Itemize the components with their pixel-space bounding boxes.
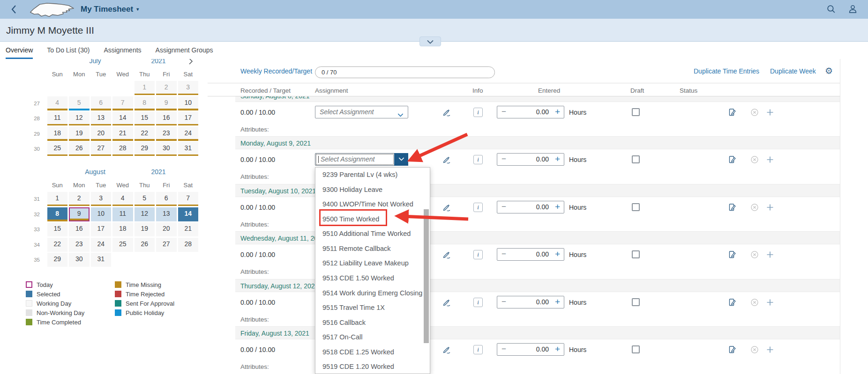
decrement-icon[interactable]: −	[501, 106, 506, 117]
assignment-option-9500[interactable]: 9500 Time Worked	[315, 212, 430, 227]
decrement-icon[interactable]: −	[501, 154, 506, 165]
calendar-day-july-3[interactable]: 3	[178, 81, 199, 95]
calendar-day-august-16[interactable]: 16	[69, 222, 90, 236]
entered-hours-value[interactable]: 0.00	[536, 106, 549, 118]
assignment-option-9519[interactable]: 9519 CDE 1.20 Worked	[315, 359, 430, 374]
entered-hours-value[interactable]: 0.00	[536, 344, 549, 355]
tab-assignment-groups[interactable]: Assignment Groups	[156, 42, 213, 59]
add-entry-status-icon[interactable]	[766, 203, 774, 212]
calendar-day-july-15[interactable]: 15	[135, 111, 155, 125]
entered-hours-value[interactable]: 0.00	[536, 249, 549, 260]
calendar-day-july-28[interactable]: 28	[112, 142, 133, 156]
assignment-option-9517[interactable]: 9517 On-Call	[315, 330, 430, 345]
calendar-day-july-5[interactable]: 5	[69, 96, 90, 110]
calendar-day-july-10[interactable]: 10	[178, 96, 199, 110]
calendar-day-july-16[interactable]: 16	[156, 111, 177, 125]
draft-checkbox[interactable]	[632, 345, 640, 353]
calendar-day-july-8[interactable]: 8	[135, 96, 155, 110]
calendar-day-august-13[interactable]: 13	[156, 207, 177, 221]
entered-hours-value[interactable]: 0.00	[536, 296, 549, 308]
calendar-day-august-12[interactable]: 12	[135, 207, 155, 221]
info-icon[interactable]: i	[473, 203, 483, 212]
draft-checkbox[interactable]	[632, 108, 640, 116]
draft-checkbox[interactable]	[632, 203, 640, 211]
app-title-menu[interactable]: My Timesheet▾	[81, 0, 139, 19]
calendar-day-august-24[interactable]: 24	[91, 238, 112, 252]
calendar-day-august-19[interactable]: 19	[135, 222, 155, 236]
edit-assignment-icon[interactable]	[442, 203, 451, 212]
calendar-day-august-14[interactable]: 14	[178, 207, 199, 221]
calendar-day-july-13[interactable]: 13	[91, 111, 112, 125]
edit-note-status-icon[interactable]	[728, 155, 736, 164]
edit-assignment-icon[interactable]	[442, 108, 451, 117]
calendar-day-july-1[interactable]: 1	[135, 81, 155, 95]
decrement-icon[interactable]: −	[501, 344, 506, 355]
assignment-option-9400[interactable]: 9400 LWOP/Time Not Worked	[315, 197, 430, 212]
calendar-day-july-29[interactable]: 29	[135, 142, 155, 156]
calendar-day-july-31[interactable]: 31	[178, 142, 199, 156]
calendar-day-july-30[interactable]: 30	[156, 142, 177, 156]
calendar-day-july-24[interactable]: 24	[178, 127, 199, 141]
increment-icon[interactable]: +	[555, 201, 560, 213]
assignment-combobox[interactable]: Select Assignment	[315, 106, 408, 118]
assignment-option-9515[interactable]: 9515 Travel Time 1X	[315, 301, 430, 315]
tab-overview[interactable]: Overview	[6, 42, 33, 59]
edit-assignment-icon[interactable]	[442, 345, 451, 354]
calendar-day-august-18[interactable]: 18	[112, 222, 133, 236]
add-entry-status-icon[interactable]	[766, 155, 774, 164]
calendar-day-july-25[interactable]: 25	[47, 142, 68, 156]
calendar-day-august-29[interactable]: 29	[47, 253, 68, 267]
decrement-icon[interactable]: −	[501, 249, 506, 260]
decrement-icon[interactable]: −	[501, 201, 506, 213]
calendar-day-july-22[interactable]: 22	[135, 127, 155, 141]
calendar-day-august-4[interactable]: 4	[112, 192, 133, 206]
edit-assignment-icon[interactable]	[442, 250, 451, 259]
calendar-day-august-20[interactable]: 20	[156, 222, 177, 236]
user-profile-icon[interactable]	[848, 4, 858, 14]
assignment-option-9516[interactable]: 9516 Callback	[315, 315, 430, 330]
info-icon[interactable]: i	[473, 250, 483, 259]
calendar-day-august-22[interactable]: 22	[47, 238, 68, 252]
calendar-day-july-12[interactable]: 12	[69, 111, 90, 125]
assignment-option-9300[interactable]: 9300 Holiday Leave	[315, 183, 430, 198]
calendar-day-august-27[interactable]: 27	[156, 238, 177, 252]
duplicate-week-button[interactable]: Duplicate Week	[770, 67, 816, 75]
edit-note-status-icon[interactable]	[728, 108, 736, 117]
decline-status-icon[interactable]	[750, 203, 759, 212]
draft-checkbox[interactable]	[632, 250, 640, 258]
info-icon[interactable]: i	[473, 298, 483, 307]
assignment-option-9512[interactable]: 9512 Liability Leave Makeup	[315, 256, 430, 271]
add-entry-status-icon[interactable]	[766, 250, 774, 259]
edit-note-status-icon[interactable]	[728, 298, 736, 307]
settings-gear-icon[interactable]: ⚙	[825, 66, 833, 76]
calendar-day-july-27[interactable]: 27	[91, 142, 112, 156]
calendar-day-august-17[interactable]: 17	[91, 222, 112, 236]
calendar-day-august-5[interactable]: 5	[135, 192, 155, 206]
add-entry-status-icon[interactable]	[766, 298, 774, 307]
calendar-day-august-23[interactable]: 23	[69, 238, 90, 252]
calendar-day-august-6[interactable]: 6	[156, 192, 177, 206]
decline-status-icon[interactable]	[750, 345, 759, 354]
edit-note-status-icon[interactable]	[728, 345, 736, 354]
calendar-day-august-21[interactable]: 21	[178, 222, 199, 236]
info-icon[interactable]: i	[473, 155, 483, 164]
calendar-day-august-11[interactable]: 11	[112, 207, 133, 221]
collapse-header-button[interactable]	[419, 37, 441, 46]
calendar-day-july-23[interactable]: 23	[156, 127, 177, 141]
calendar-day-july-7[interactable]: 7	[112, 96, 133, 110]
assignment-option-9518[interactable]: 9518 CDE 1.25 Worked	[315, 345, 430, 360]
add-entry-status-icon[interactable]	[766, 345, 774, 354]
edit-assignment-icon[interactable]	[442, 155, 451, 164]
info-icon[interactable]: i	[473, 345, 483, 354]
entered-hours-value[interactable]: 0.00	[536, 201, 549, 213]
calendar-day-july-26[interactable]: 26	[69, 142, 90, 156]
tab-to-do-list-30[interactable]: To Do List (30)	[47, 42, 90, 59]
calendar-day-july-6[interactable]: 6	[91, 96, 112, 110]
calendar-day-july-17[interactable]: 17	[178, 111, 199, 125]
calendar-day-july-19[interactable]: 19	[69, 127, 90, 141]
edit-note-status-icon[interactable]	[728, 203, 736, 212]
calendar-day-august-15[interactable]: 15	[47, 222, 68, 236]
dropdown-chevron-icon[interactable]	[397, 110, 404, 119]
dropdown-chevron-icon[interactable]	[394, 153, 408, 166]
calendar-next-month-icon[interactable]	[188, 58, 193, 65]
